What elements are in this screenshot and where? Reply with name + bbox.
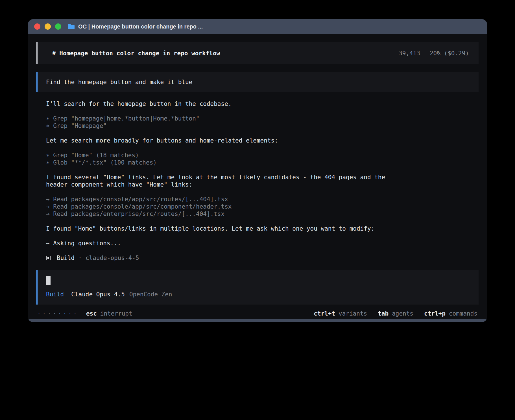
asking-questions-status: ~ Asking questions... xyxy=(46,240,479,247)
user-message: Find the homepage button and make it blu… xyxy=(36,72,479,92)
tool-call-read: → Read packages/console/app/src/routes/[… xyxy=(46,196,479,203)
assistant-text: I found several "Home" links. Let me loo… xyxy=(46,174,479,181)
tool-call-group: ∗ Grep "homepage|home.*button|Home.*butt… xyxy=(46,115,479,130)
terminal-content: # Homepage button color change in repo w… xyxy=(28,34,487,319)
token-count: 39,413 xyxy=(399,49,420,58)
tool-call-glob: ∗ Glob "**/*.tsx" (100 matches) xyxy=(46,159,479,166)
window-title: OC | Homepage button color change in rep… xyxy=(78,23,203,30)
esc-key-hint: esc xyxy=(86,310,97,317)
assistant-text: I'll search for the homepage button in t… xyxy=(46,100,479,108)
minimize-button[interactable] xyxy=(45,23,51,30)
assistant-text: I found "Home" buttons/links in multiple… xyxy=(46,225,479,232)
commands-label: commands xyxy=(449,310,477,317)
interrupt-label: interrupt xyxy=(100,310,132,317)
provider-label: OpenCode Zen xyxy=(129,291,172,298)
status-bar-left: ········ esc interrupt xyxy=(38,310,132,317)
agent-icon xyxy=(46,256,51,260)
variants-label: variants xyxy=(339,310,367,317)
prompt-input[interactable]: Build Claude Opus 4.5 OpenCode Zen xyxy=(36,270,479,305)
tool-call-grep: ∗ Grep "Home" (18 matches) xyxy=(46,152,479,159)
tab-key-hint: tab xyxy=(378,310,389,317)
close-button[interactable] xyxy=(34,23,40,30)
terminal-window: OC | Homepage button color change in rep… xyxy=(28,19,487,322)
tool-call-read: → Read packages/enterprise/src/routes/[.… xyxy=(46,210,479,218)
agent-separator: · xyxy=(78,254,82,262)
tool-call-group: → Read packages/console/app/src/routes/[… xyxy=(46,196,479,218)
tool-call-grep: ∗ Grep "homepage|home.*button|Home.*butt… xyxy=(46,115,479,122)
tool-call-grep: ∗ Grep "Homepage" xyxy=(46,122,479,130)
context-cost: 20% ($0.29) xyxy=(430,49,469,58)
status-bar-right: ctrl+t variants tab agents ctrl+p comman… xyxy=(314,310,477,317)
session-title: # Homepage button color change in repo w… xyxy=(52,49,220,58)
zoom-button[interactable] xyxy=(55,23,61,30)
conversation: I'll search for the homepage button in t… xyxy=(36,100,479,262)
status-bar: ········ esc interrupt ctrl+t variants t… xyxy=(36,308,479,319)
folder-icon xyxy=(67,23,75,30)
agent-name: Build xyxy=(57,254,75,262)
assistant-text: header component which have "Home" links… xyxy=(46,181,479,188)
shortcut-variants: ctrl+t variants xyxy=(314,310,367,317)
mode-badge[interactable]: Build xyxy=(46,291,64,298)
model-label: Claude Opus 4.5 xyxy=(71,291,125,298)
progress-dots: ········ xyxy=(38,311,79,316)
text-cursor xyxy=(46,276,51,285)
agent-model: claude-opus-4-5 xyxy=(86,254,139,262)
tool-call-group: ∗ Grep "Home" (18 matches) ∗ Glob "**/*.… xyxy=(46,152,479,166)
session-stats: 39,413 20% ($0.29) xyxy=(399,49,469,58)
session-header: # Homepage button color change in repo w… xyxy=(36,42,479,64)
shortcut-agents: tab agents xyxy=(378,310,413,317)
shortcut-commands: ctrl+p commands xyxy=(424,310,477,317)
assistant-text: Let me search more broadly for buttons a… xyxy=(46,137,479,144)
agent-status: Build · claude-opus-4-5 xyxy=(46,254,479,262)
ctrl-t-key-hint: ctrl+t xyxy=(314,310,335,317)
user-message-text: Find the homepage button and make it blu… xyxy=(46,79,192,86)
ctrl-p-key-hint: ctrl+p xyxy=(424,310,446,317)
traffic-lights xyxy=(34,23,61,30)
tool-call-read: → Read packages/console/app/src/componen… xyxy=(46,203,479,210)
agents-label: agents xyxy=(392,310,413,317)
input-status-row: Build Claude Opus 4.5 OpenCode Zen xyxy=(46,291,470,298)
window-titlebar[interactable]: OC | Homepage button color change in rep… xyxy=(28,19,487,34)
